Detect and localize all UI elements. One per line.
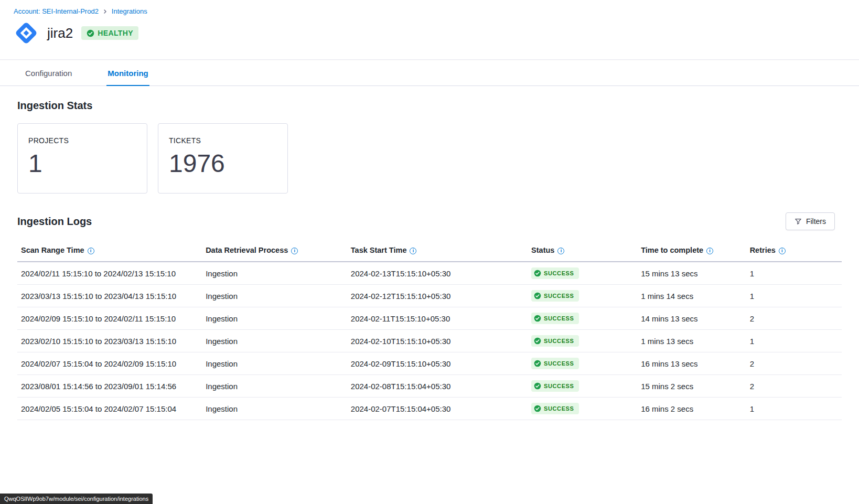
status-badge-label: SUCCESS bbox=[544, 405, 574, 412]
table-row: 2023/08/01 15:14:56 to 2023/09/01 15:14:… bbox=[17, 375, 842, 398]
time-to-complete-cell: 1 mins 13 secs bbox=[637, 330, 746, 352]
check-circle-icon bbox=[534, 405, 541, 412]
breadcrumb: Account: SEI-Internal-Prod2 Integrations bbox=[14, 7, 845, 15]
data-retrieval-process-cell: Ingestion bbox=[202, 375, 347, 398]
projects-stat-label: PROJECTS bbox=[28, 136, 136, 145]
retries-cell: 1 bbox=[746, 398, 842, 420]
data-retrieval-process-cell: Ingestion bbox=[202, 330, 347, 352]
status-cell: SUCCESS bbox=[528, 352, 637, 375]
column-scan-range-time: Scan Range Timei bbox=[17, 241, 202, 262]
retries-cell: 1 bbox=[746, 262, 842, 285]
logs-table-head: Scan Range Timei Data Retrieval Processi… bbox=[17, 241, 842, 262]
table-row: 2024/02/11 15:15:10 to 2024/02/13 15:15:… bbox=[17, 262, 842, 285]
filters-button[interactable]: Filters bbox=[786, 212, 835, 230]
time-to-complete-cell: 16 mins 2 secs bbox=[637, 398, 746, 420]
tickets-stat-label: TICKETS bbox=[169, 136, 277, 145]
scan-range-cell: 2024/02/11 15:15:10 to 2024/02/13 15:15:… bbox=[17, 262, 202, 285]
task-start-time-cell: 2024-02-12T15:15:10+05:30 bbox=[347, 285, 528, 307]
data-retrieval-process-cell: Ingestion bbox=[202, 352, 347, 375]
check-circle-icon bbox=[534, 270, 541, 277]
table-row: 2024/02/07 15:15:04 to 2024/02/09 15:15:… bbox=[17, 352, 842, 375]
table-row: 2023/02/10 15:15:10 to 2023/03/13 15:15:… bbox=[17, 330, 842, 352]
page-header: Account: SEI-Internal-Prod2 Integrations… bbox=[0, 0, 859, 60]
integration-title-row: jira2 HEALTHY bbox=[14, 15, 845, 59]
retries-cell: 2 bbox=[746, 307, 842, 330]
filters-button-label: Filters bbox=[806, 217, 826, 226]
retries-cell: 1 bbox=[746, 330, 842, 352]
column-time-to-complete: Time to completei bbox=[637, 241, 746, 262]
column-data-retrieval-process: Data Retrieval Processi bbox=[202, 241, 347, 262]
check-circle-icon bbox=[534, 382, 541, 390]
status-badge-label: SUCCESS bbox=[544, 360, 574, 367]
tab-monitoring[interactable]: Monitoring bbox=[106, 60, 149, 86]
info-icon[interactable]: i bbox=[706, 248, 713, 254]
task-start-time-cell: 2024-02-11T15:15:10+05:30 bbox=[347, 307, 528, 330]
column-label: Task Start Time bbox=[351, 246, 407, 254]
data-retrieval-process-cell: Ingestion bbox=[202, 398, 347, 420]
monitoring-panel: Ingestion Stats PROJECTS 1 TICKETS 1976 … bbox=[0, 100, 859, 441]
info-icon[interactable]: i bbox=[291, 248, 298, 254]
check-circle-icon bbox=[534, 360, 541, 367]
check-circle-icon bbox=[87, 29, 94, 37]
tickets-stat-card: TICKETS 1976 bbox=[158, 123, 288, 194]
status-badge: SUCCESS bbox=[531, 267, 579, 279]
status-badge-label: SUCCESS bbox=[544, 270, 574, 276]
status-badge: SUCCESS bbox=[531, 358, 579, 369]
scan-range-cell: 2024/02/05 15:15:04 to 2024/02/07 15:15:… bbox=[17, 398, 202, 420]
info-icon[interactable]: i bbox=[779, 248, 786, 254]
task-start-time-cell: 2024-02-13T15:15:10+05:30 bbox=[347, 262, 528, 285]
status-badge-label: SUCCESS bbox=[544, 383, 574, 389]
column-status: Statusi bbox=[528, 241, 637, 262]
column-retries: Retriesi bbox=[746, 241, 842, 262]
info-icon[interactable]: i bbox=[557, 248, 564, 254]
status-badge: SUCCESS bbox=[531, 403, 579, 414]
integration-monitoring-page: Account: SEI-Internal-Prod2 Integrations… bbox=[0, 0, 859, 441]
column-label: Retries bbox=[750, 246, 776, 254]
status-badge-label: SUCCESS bbox=[544, 293, 574, 299]
status-cell: SUCCESS bbox=[528, 330, 637, 352]
column-label: Status bbox=[531, 246, 554, 254]
task-start-time-cell: 2024-02-08T15:15:04+05:30 bbox=[347, 375, 528, 398]
check-circle-icon bbox=[534, 292, 541, 299]
status-cell: SUCCESS bbox=[528, 375, 637, 398]
scan-range-cell: 2023/08/01 15:14:56 to 2023/09/01 15:14:… bbox=[17, 375, 202, 398]
status-badge: SUCCESS bbox=[531, 313, 579, 324]
status-cell: SUCCESS bbox=[528, 262, 637, 285]
chevron-right-icon bbox=[103, 9, 108, 14]
tabs-bar: Configuration Monitoring bbox=[0, 60, 859, 86]
logs-table-body: 2024/02/11 15:15:10 to 2024/02/13 15:15:… bbox=[17, 262, 842, 420]
scan-range-cell: 2023/02/10 15:15:10 to 2023/03/13 15:15:… bbox=[17, 330, 202, 352]
column-label: Scan Range Time bbox=[21, 246, 84, 254]
tab-configuration[interactable]: Configuration bbox=[24, 60, 73, 86]
info-icon[interactable]: i bbox=[410, 248, 416, 254]
breadcrumb-integrations-link[interactable]: Integrations bbox=[112, 7, 147, 15]
breadcrumb-account-link[interactable]: Account: SEI-Internal-Prod2 bbox=[14, 7, 99, 15]
projects-stat-value: 1 bbox=[28, 151, 136, 176]
status-badge: SUCCESS bbox=[531, 335, 579, 347]
task-start-time-cell: 2024-02-09T15:15:10+05:30 bbox=[347, 352, 528, 375]
health-status-label: HEALTHY bbox=[98, 29, 133, 37]
retries-cell: 2 bbox=[746, 352, 842, 375]
time-to-complete-cell: 14 mins 13 secs bbox=[637, 307, 746, 330]
logs-table-header-row: Scan Range Timei Data Retrieval Processi… bbox=[17, 241, 842, 262]
status-cell: SUCCESS bbox=[528, 398, 637, 420]
status-badge-label: SUCCESS bbox=[544, 315, 574, 321]
status-badge: SUCCESS bbox=[531, 380, 579, 392]
ingestion-stats-heading: Ingestion Stats bbox=[17, 100, 842, 112]
projects-stat-card: PROJECTS 1 bbox=[17, 123, 147, 194]
status-badge-label: SUCCESS bbox=[544, 338, 574, 344]
tickets-stat-value: 1976 bbox=[169, 151, 277, 176]
retries-cell: 1 bbox=[746, 285, 842, 307]
column-label: Time to complete bbox=[641, 246, 703, 254]
time-to-complete-cell: 1 mins 14 secs bbox=[637, 285, 746, 307]
info-icon[interactable]: i bbox=[88, 248, 94, 254]
time-to-complete-cell: 16 mins 13 secs bbox=[637, 352, 746, 375]
data-retrieval-process-cell: Ingestion bbox=[202, 262, 347, 285]
task-start-time-cell: 2024-02-10T15:15:10+05:30 bbox=[347, 330, 528, 352]
status-badge: SUCCESS bbox=[531, 290, 579, 302]
jira-logo-icon bbox=[14, 20, 39, 46]
task-start-time-cell: 2024-02-07T15:15:04+05:30 bbox=[347, 398, 528, 420]
column-label: Data Retrieval Process bbox=[206, 246, 288, 254]
scan-range-cell: 2024/02/09 15:15:10 to 2024/02/11 15:15:… bbox=[17, 307, 202, 330]
ingestion-logs-header: Ingestion Logs Filters bbox=[17, 212, 842, 230]
